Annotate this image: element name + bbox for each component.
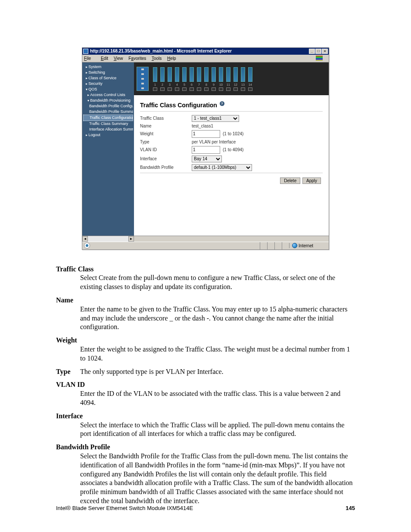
maximize-button[interactable]: □	[315, 49, 321, 54]
port-bar-1[interactable]	[153, 67, 157, 82]
page-title: Traffic Class Configuration ?	[140, 101, 323, 109]
horizontal-scrollbar[interactable]: ◄ ►	[82, 236, 329, 242]
menu-help[interactable]: Help	[167, 56, 176, 61]
nav-system[interactable]: System	[83, 64, 133, 70]
apply-button[interactable]: Apply	[302, 177, 321, 184]
port-bar-11[interactable]	[226, 67, 230, 82]
nav-acl[interactable]: Access Control Lists	[83, 92, 133, 98]
port-label-5: 5	[182, 83, 187, 86]
menu-edit[interactable]: Edit	[101, 56, 108, 61]
window-title: http://192.168.21.35/base/web_main.html …	[90, 48, 309, 55]
port-jack-icon-1	[153, 87, 157, 91]
nav-logout[interactable]: Logout	[83, 132, 133, 138]
menu-favorites[interactable]: Favorites	[128, 56, 146, 61]
port-bar-14[interactable]	[248, 67, 252, 82]
chassis-icon	[137, 67, 149, 91]
port-label-13: 13	[241, 83, 245, 86]
close-button[interactable]: ×	[322, 49, 328, 54]
hint-vlan: (1 to 4094)	[223, 147, 243, 152]
port-label-3: 3	[168, 83, 172, 86]
nav-ialloc[interactable]: Interface Allocation Summary	[83, 127, 133, 132]
port-jack-icon-14	[248, 87, 252, 91]
value-type: per VLAN per Interface	[192, 140, 236, 144]
def-vlan: Enter the ID of the VLAN to be associate…	[80, 389, 355, 408]
port-bar-4[interactable]	[175, 67, 179, 82]
port-jack-icon-4	[175, 87, 179, 91]
port-jack-icon-12	[234, 87, 238, 91]
help-icon[interactable]: ?	[220, 101, 224, 106]
ie-icon	[83, 49, 88, 54]
port-label-2: 2	[160, 83, 165, 86]
port-label-10: 10	[219, 83, 223, 86]
port-jack-icon-3	[168, 87, 172, 91]
def-weight: Enter the weight to be assigned to the T…	[80, 345, 355, 363]
done-icon	[84, 243, 90, 249]
nav-bwprov[interactable]: Bandwidth Provisioning	[83, 98, 133, 103]
def-interface: Select the interface to which the Traffi…	[80, 421, 355, 439]
port-jack-icon-8	[204, 87, 209, 91]
term-interface: Interface	[56, 412, 83, 421]
nav-security[interactable]: Security	[83, 81, 133, 87]
security-zone: Internet	[289, 243, 324, 248]
def-traffic-class: Select Create from the pull-down menu to…	[80, 274, 355, 292]
port-jack-icon-6	[190, 87, 194, 91]
port-bar-5[interactable]	[182, 67, 187, 82]
port-bar-3[interactable]	[168, 67, 172, 82]
select-interface[interactable]: Bay 14	[192, 156, 222, 162]
nav-bwpconf[interactable]: Bandwidth Profile Configuration	[83, 103, 133, 109]
port-bar-9[interactable]	[212, 67, 216, 82]
nav-tcconf[interactable]: Traffic Class Configuration	[83, 115, 133, 121]
menu-view[interactable]: View	[114, 56, 123, 61]
nav-cos[interactable]: Class of Service	[83, 75, 133, 81]
port-label-6: 6	[190, 83, 194, 86]
port-label-9: 9	[212, 83, 216, 86]
port-bar-6[interactable]	[190, 67, 194, 82]
globe-icon	[292, 243, 297, 248]
window-titlebar: http://192.168.21.35/base/web_main.html …	[82, 48, 329, 55]
nav-tree: System Switching Class of Service Securi…	[82, 62, 134, 236]
port-label-8: 8	[204, 83, 209, 86]
nav-qos[interactable]: QOS	[83, 87, 133, 92]
port-bar-2[interactable]	[160, 67, 165, 82]
nav-switching[interactable]: Switching	[83, 70, 133, 75]
port-jack-icon-11	[226, 87, 230, 91]
input-vlan[interactable]	[192, 146, 220, 154]
status-bar: Internet	[82, 242, 329, 249]
minimize-button[interactable]: _	[309, 49, 315, 54]
def-type: The only supported type is per VLAN per …	[80, 367, 355, 376]
ie-logo-icon	[316, 56, 323, 61]
input-weight[interactable]	[192, 130, 220, 138]
port-bar-12[interactable]	[234, 67, 238, 82]
port-bar-10[interactable]	[219, 67, 223, 82]
port-jack-icon-9	[212, 87, 216, 91]
scroll-left-icon[interactable]: ◄	[82, 236, 88, 242]
page-footer: Intel® Blade Server Ethernet Switch Modu…	[56, 505, 355, 511]
nav-bwpsum[interactable]: Bandwidth Profile Summary	[83, 109, 133, 115]
port-jack-icon-5	[182, 87, 187, 91]
documentation: Traffic Class Select Create from the pul…	[56, 265, 355, 506]
def-name: Enter the name to be given to the Traffi…	[80, 305, 355, 332]
port-area: 1234567891011121314	[153, 67, 326, 91]
delete-button[interactable]: Delete	[280, 177, 300, 184]
port-label-12: 12	[234, 83, 238, 86]
menu-file[interactable]: File	[84, 56, 95, 61]
port-jack-icon-7	[197, 87, 201, 91]
hint-weight: (1 to 1024)	[223, 131, 243, 136]
label-type: Type	[140, 140, 192, 144]
menu-tools[interactable]: Tools	[152, 56, 162, 61]
term-weight: Weight	[56, 336, 80, 345]
port-label-7: 7	[197, 83, 201, 86]
footer-product: Intel® Blade Server Ethernet Switch Modu…	[56, 505, 193, 511]
scroll-right-icon[interactable]: ►	[128, 236, 134, 242]
port-label-14: 14	[248, 83, 252, 86]
term-traffic-class: Traffic Class	[56, 265, 93, 274]
select-bw[interactable]: default-1 (1-100Mbps)	[192, 164, 252, 171]
port-bar-8[interactable]	[204, 67, 209, 82]
nav-tcsum[interactable]: Traffic Class Summary	[83, 121, 133, 127]
port-jack-icon-2	[160, 87, 165, 91]
port-bar-13[interactable]	[241, 67, 245, 82]
term-bw: Bandwidth Profile	[56, 443, 125, 452]
port-label-11: 11	[226, 83, 230, 86]
port-bar-7[interactable]	[197, 67, 201, 82]
select-traffic-class[interactable]: 1 - test_class1	[192, 115, 239, 122]
